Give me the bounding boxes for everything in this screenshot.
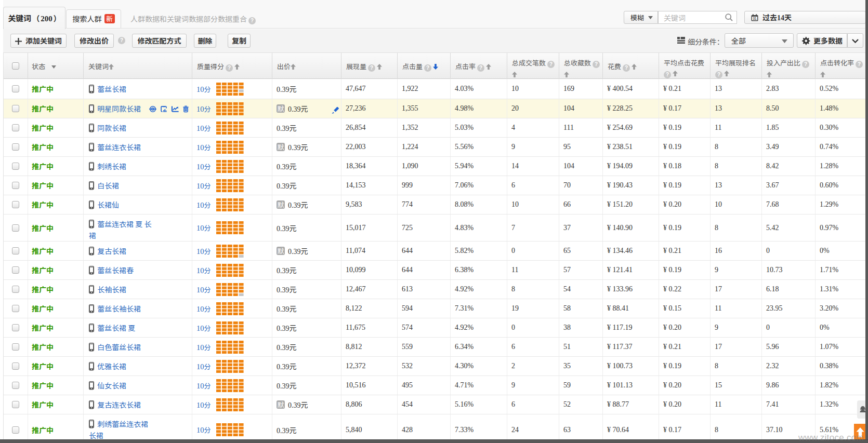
svg-text:31: 31	[753, 17, 757, 20]
